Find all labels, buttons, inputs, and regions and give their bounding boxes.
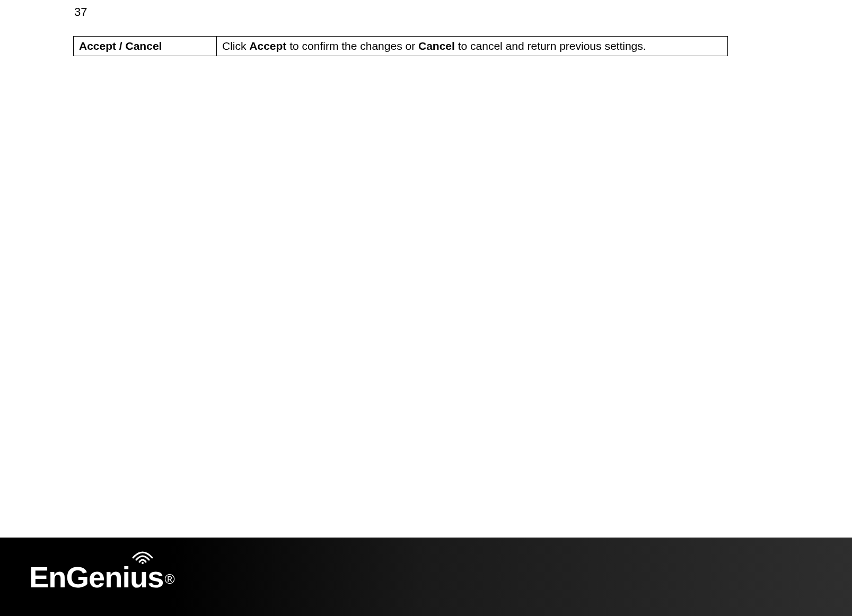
brand-logo-wrap: EnGenius® xyxy=(29,560,175,594)
desc-text: to cancel and return previous settings. xyxy=(455,40,646,52)
desc-bold-cancel: Cancel xyxy=(418,40,455,52)
row-description: Click Accept to confirm the changes or C… xyxy=(217,37,728,56)
desc-bold-accept: Accept xyxy=(249,40,286,52)
settings-table: Accept / Cancel Click Accept to confirm … xyxy=(73,36,728,56)
page-footer: EnGenius® xyxy=(0,538,852,616)
brand-name: EnGenius xyxy=(29,560,163,594)
registered-icon: ® xyxy=(164,571,174,587)
brand-logo: EnGenius® xyxy=(29,560,175,594)
page-number: 37 xyxy=(74,5,87,19)
desc-text: to confirm the changes or xyxy=(286,40,418,52)
table-row: Accept / Cancel Click Accept to confirm … xyxy=(74,37,728,56)
desc-text: Click xyxy=(222,40,249,52)
row-label: Accept / Cancel xyxy=(74,37,217,56)
